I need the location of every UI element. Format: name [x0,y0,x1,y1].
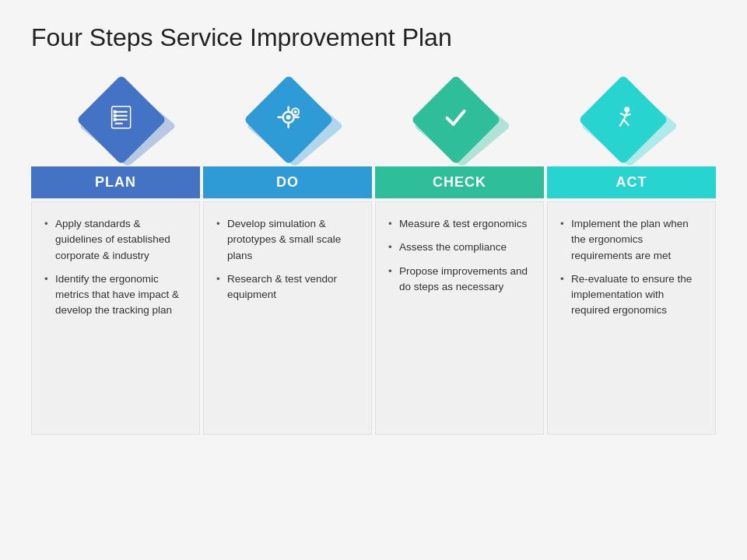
list-item: Identify the ergonomic metrics that have… [44,271,187,319]
act-icon [610,104,637,136]
check-diamond [415,82,500,163]
list-item: Propose improvements and do steps as nec… [388,264,531,296]
list-item: Re-evaluate to ensure the implementation… [560,271,703,319]
check-icon [443,104,469,136]
svg-line-21 [624,120,629,125]
plan-content: Apply standards & guidelines of establis… [31,201,200,435]
act-content: Implement the plan when the ergonomics r… [547,201,716,435]
act-list: Implement the plan when the ergonomics r… [560,216,703,319]
list-item: Implement the plan when the ergonomics r… [560,216,703,264]
check-diamond-main [411,75,501,165]
page: Four Steps Service Improvement Plan [0,0,747,560]
plan-icon [109,105,134,135]
do-diamond [247,82,333,163]
check-label: CHECK [375,166,544,198]
plan-label: PLAN [31,166,200,198]
plan-diamond [80,82,166,163]
svg-point-16 [624,107,630,112]
act-label: ACT [547,166,716,198]
plan-list: Apply standards & guidelines of establis… [44,216,187,319]
content-area: PLAN DO CHECK ACT Apply standards & guid… [31,74,716,435]
check-list: Measure & test ergonomics Assess the com… [388,216,531,295]
icons-row [31,74,716,166]
list-item: Assess the compliance [388,240,531,255]
do-content: Develop simulation & prototypes & small … [203,201,372,435]
act-diamond-main [578,75,668,165]
list-item: Research & test vendor equipment [216,271,359,303]
content-row: Apply standards & guidelines of establis… [31,201,716,435]
svg-rect-6 [114,114,117,117]
do-list: Develop simulation & prototypes & small … [216,216,359,303]
do-icon-cell [206,74,374,166]
svg-rect-7 [114,118,117,121]
do-label: DO [203,166,372,198]
do-icon [275,104,302,136]
svg-rect-5 [114,110,117,114]
act-icon-cell [541,74,708,166]
do-diamond-main [244,75,334,165]
list-item: Apply standards & guidelines of establis… [44,216,187,264]
labels-row: PLAN DO CHECK ACT [31,166,716,198]
check-content: Measure & test ergonomics Assess the com… [375,201,544,435]
list-item: Measure & test ergonomics [388,216,531,232]
list-item: Develop simulation & prototypes & small … [216,216,359,264]
plan-diamond-main [76,75,167,165]
svg-line-20 [620,120,624,126]
svg-point-9 [286,115,291,120]
act-diamond [582,82,668,163]
page-title: Four Steps Service Improvement Plan [31,23,716,52]
svg-line-18 [621,114,626,116]
plan-icon-cell [39,74,206,166]
svg-point-15 [294,110,297,114]
check-icon-cell [374,74,541,166]
